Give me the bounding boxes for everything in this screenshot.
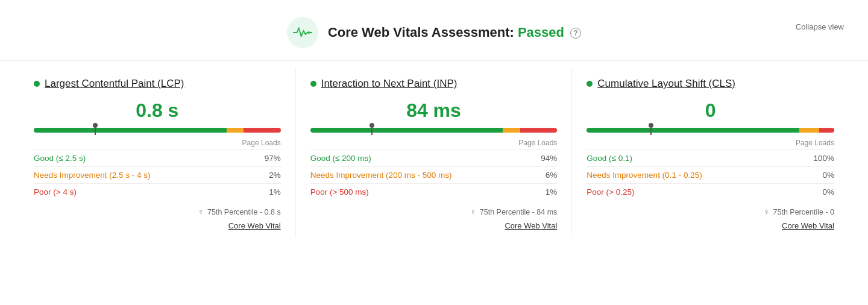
- progress-bar-lcp: [34, 128, 281, 134]
- stat-value-cls-1: 0%: [822, 171, 834, 180]
- stat-row-lcp-0: Good (≤ 2.5 s) 97%: [34, 149, 281, 166]
- metric-card-lcp: Largest Contentful Paint (LCP) 0.8 s Pag…: [19, 68, 296, 237]
- metric-value-lcp: 0.8 s: [34, 99, 281, 122]
- percentile-text-lcp: 75th Percentile - 0.8 s: [207, 208, 281, 216]
- assessment-title: Core Web Vitals Assessment: Passed ?: [328, 25, 581, 40]
- metrics-grid: Largest Contentful Paint (LCP) 0.8 s Pag…: [0, 60, 868, 250]
- metric-value-inp: 84 ms: [310, 99, 558, 122]
- stat-value-lcp-1: 2%: [269, 171, 281, 180]
- core-web-vital-link-inp[interactable]: Core Web Vital: [310, 221, 558, 230]
- progress-bar-inp: [310, 128, 558, 134]
- bar-good-lcp: [34, 128, 227, 133]
- stat-row-inp-1: Needs Improvement (200 ms - 500 ms) 6%: [310, 166, 558, 183]
- stat-value-inp-1: 6%: [546, 171, 558, 180]
- metric-header-inp: Interaction to Next Paint (INP): [310, 78, 558, 90]
- bar-needs-cls: [799, 128, 819, 133]
- help-icon[interactable]: ?: [570, 28, 581, 39]
- page-loads-label-inp: Page Loads: [310, 139, 558, 147]
- stat-value-inp-0: 94%: [541, 154, 557, 163]
- bar-track-inp: [310, 128, 558, 133]
- stat-label-cls-2: Poor (> 0.25): [587, 187, 634, 197]
- metric-header-cls: Cumulative Layout Shift (CLS): [587, 78, 834, 90]
- marker-lcp: [95, 125, 96, 135]
- bar-needs-inp: [503, 128, 520, 133]
- percentile-row-lcp: ♀ 75th Percentile - 0.8 s: [34, 205, 281, 216]
- percentile-row-cls: ♀ 75th Percentile - 0: [587, 205, 834, 216]
- metric-name-inp[interactable]: Interaction to Next Paint (INP): [321, 78, 458, 90]
- bar-track-cls: [587, 128, 834, 133]
- svg-point-0: [307, 31, 310, 34]
- stat-row-inp-2: Poor (> 500 ms) 1%: [310, 183, 558, 200]
- core-web-vital-link-cls[interactable]: Core Web Vital: [587, 221, 834, 230]
- metric-card-inp: Interaction to Next Paint (INP) 84 ms Pa…: [296, 68, 573, 237]
- collapse-view-button[interactable]: Collapse view: [796, 22, 844, 31]
- stat-label-inp-2: Poor (> 500 ms): [310, 187, 369, 197]
- status-dot-inp: [310, 81, 316, 87]
- bar-poor-cls: [819, 128, 834, 133]
- marker-inp: [371, 125, 373, 135]
- percentile-row-inp: ♀ 75th Percentile - 84 ms: [310, 205, 558, 216]
- status-passed: Passed: [518, 25, 564, 40]
- bar-good-cls: [587, 128, 799, 133]
- marker-cls: [650, 125, 652, 135]
- bar-good-inp: [310, 128, 503, 133]
- heartbeat-icon: [293, 26, 312, 39]
- stat-row-cls-2: Poor (> 0.25) 0%: [587, 183, 834, 200]
- bar-needs-lcp: [227, 128, 244, 133]
- stat-value-cls-2: 0%: [822, 187, 834, 197]
- stat-label-cls-1: Needs Improvement (0.1 - 0.25): [587, 171, 702, 180]
- bar-poor-lcp: [244, 128, 280, 133]
- stat-label-lcp-0: Good (≤ 2.5 s): [34, 154, 86, 163]
- page-loads-label-cls: Page Loads: [587, 139, 834, 147]
- stat-row-lcp-1: Needs Improvement (2.5 s - 4 s) 2%: [34, 166, 281, 183]
- status-dot-lcp: [34, 81, 40, 87]
- stat-row-inp-0: Good (≤ 200 ms) 94%: [310, 149, 558, 166]
- metric-name-cls[interactable]: Cumulative Layout Shift (CLS): [597, 78, 735, 90]
- stat-label-cls-0: Good (≤ 0.1): [587, 154, 632, 163]
- stat-value-lcp-0: 97%: [265, 154, 281, 163]
- stat-label-inp-0: Good (≤ 200 ms): [310, 154, 371, 163]
- stat-value-lcp-2: 1%: [269, 187, 281, 197]
- stat-value-cls-0: 100%: [813, 154, 834, 163]
- stat-value-inp-2: 1%: [546, 187, 558, 197]
- metric-value-cls: 0: [587, 99, 834, 122]
- metric-card-cls: Cumulative Layout Shift (CLS) 0 Page Loa…: [572, 68, 849, 237]
- page-header: Core Web Vitals Assessment: Passed ? Col…: [0, 0, 868, 53]
- percentile-icon-cls: ♀: [764, 207, 770, 216]
- percentile-icon-inp: ♀: [470, 207, 476, 216]
- page-loads-label-lcp: Page Loads: [34, 139, 281, 147]
- percentile-text-inp: 75th Percentile - 84 ms: [480, 208, 558, 216]
- progress-bar-cls: [587, 128, 834, 134]
- stat-label-lcp-2: Poor (> 4 s): [34, 187, 77, 197]
- bar-track-lcp: [34, 128, 281, 133]
- core-web-vital-link-lcp[interactable]: Core Web Vital: [34, 221, 281, 230]
- heartbeat-icon-wrap: [287, 17, 318, 48]
- percentile-text-cls: 75th Percentile - 0: [773, 208, 834, 216]
- percentile-icon-lcp: ♀: [198, 207, 204, 216]
- metric-name-lcp[interactable]: Largest Contentful Paint (LCP): [45, 78, 184, 90]
- metric-header-lcp: Largest Contentful Paint (LCP): [34, 78, 281, 90]
- stat-row-lcp-2: Poor (> 4 s) 1%: [34, 183, 281, 200]
- stat-label-lcp-1: Needs Improvement (2.5 s - 4 s): [34, 171, 151, 180]
- stat-row-cls-0: Good (≤ 0.1) 100%: [587, 149, 834, 166]
- bar-poor-inp: [520, 128, 557, 133]
- svg-point-1: [310, 31, 312, 33]
- stat-row-cls-1: Needs Improvement (0.1 - 0.25) 0%: [587, 166, 834, 183]
- stat-label-inp-1: Needs Improvement (200 ms - 500 ms): [310, 171, 452, 180]
- status-dot-cls: [587, 81, 593, 87]
